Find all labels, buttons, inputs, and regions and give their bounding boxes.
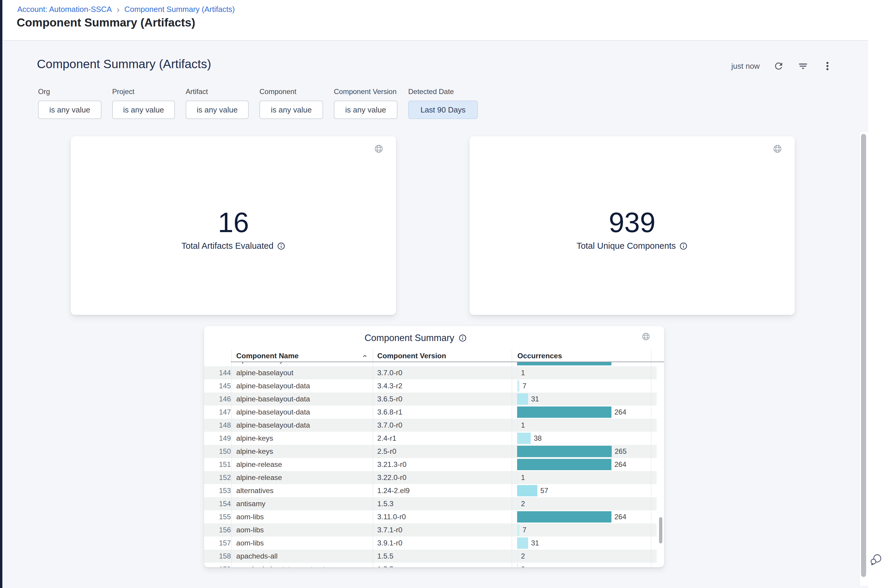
page-scrollbar-thumb[interactable] (861, 134, 866, 577)
row-number: 148 (204, 418, 231, 432)
cell-component-version: 3.7.0-r0 (377, 366, 402, 380)
stat-label-row: Total Artifacts Evaluated (71, 241, 396, 251)
cell-component-name: alternatives (236, 484, 273, 497)
cell-occurrences-value: 1 (521, 366, 525, 380)
stat-card-total-artifacts: 16 Total Artifacts Evaluated (71, 136, 396, 315)
row-number: 159 (204, 563, 231, 567)
header-divider (2, 40, 868, 41)
row-number: 154 (204, 497, 231, 510)
kebab-menu-icon[interactable] (822, 61, 833, 71)
cell-component-name: aom-libs (236, 510, 264, 524)
app-root: Account: Automation-SSCA › Component Sum… (0, 0, 892, 588)
row-number: 149 (204, 432, 231, 445)
column-header-component-version[interactable]: Component Version (377, 350, 446, 362)
breadcrumb-page-link[interactable]: Component Summary (Artifacts) (124, 5, 235, 14)
column-header-occurrences[interactable]: Occurrences (517, 350, 562, 362)
stat-value: 939 (469, 207, 795, 238)
breadcrumb-account-link[interactable]: Account: Automation-SSCA (17, 5, 112, 14)
info-icon[interactable] (679, 242, 688, 250)
cell-component-name: alpine-baselayout-data (236, 380, 310, 393)
cell-component-version: 2.5-r0 (377, 445, 396, 458)
cell-component-version: 3.6.8-r1 (377, 362, 402, 366)
globe-icon[interactable] (374, 144, 384, 153)
globe-icon[interactable] (773, 144, 782, 153)
occurrences-bar (517, 550, 518, 562)
occurrences-bar (517, 367, 518, 378)
info-icon[interactable] (459, 334, 467, 342)
column-divider (231, 350, 232, 567)
table-row: 154 antisamy 1.5.3 2 (204, 497, 657, 510)
column-header-component-name[interactable]: Component Name (236, 350, 299, 362)
cell-occurrences-value: 7 (522, 380, 526, 393)
cell-occurrences-value: 31 (531, 537, 539, 550)
filter-value-button[interactable]: is any value (334, 100, 397, 119)
filter-value-button[interactable]: is any value (38, 100, 102, 119)
cell-component-version: 2.4-r1 (377, 432, 396, 445)
cell-component-version: 3.9.1-r0 (377, 537, 402, 550)
page-right-margin (868, 41, 892, 588)
stat-card-unique-components: 939 Total Unique Components (469, 136, 795, 315)
cell-occurrences-value: 38 (534, 432, 542, 445)
globe-icon[interactable] (642, 332, 651, 341)
cell-occurrences-value: 264 (615, 458, 626, 471)
filter-value-button[interactable]: is any value (186, 100, 249, 119)
cell-occurrences-value: 2 (521, 563, 525, 567)
filters-row: Org is any value Project is any value Ar… (38, 87, 478, 119)
cell-component-version: 3.11.0-r0 (377, 510, 406, 524)
cell-occurrences-value: 1 (521, 471, 525, 484)
cell-occurrences-value: 7 (522, 524, 526, 537)
row-number: 156 (204, 524, 231, 537)
column-divider (512, 350, 512, 567)
table-row: 159 apacheds-bootstrap-extract 1.5.5 2 (204, 563, 657, 567)
row-number: 158 (204, 550, 231, 563)
row-number: 146 (204, 393, 231, 406)
table-title-row: Component Summary (204, 333, 646, 344)
stat-label: Total Artifacts Evaluated (181, 241, 274, 251)
cell-component-version: 3.21.3-r0 (377, 458, 406, 471)
cell-occurrences-value: 264 (615, 406, 626, 418)
row-number: 145 (204, 380, 231, 393)
filter-group: Component is any value (259, 87, 323, 119)
cell-component-name: aom-libs (236, 537, 264, 550)
page-title: Component Summary (Artifacts) (16, 16, 195, 29)
breadcrumb: Account: Automation-SSCA › Component Sum… (17, 5, 235, 14)
filter-group: Component Version is any value (334, 87, 397, 119)
table-row: 148 alpine-baselayout-data 3.7.0-r0 1 (204, 418, 657, 432)
filter-group: Artifact is any value (186, 87, 249, 119)
row-number: 157 (204, 537, 231, 550)
table-row: 147 alpine-baselayout-data 3.6.8-r1 264 (204, 406, 657, 418)
chat-support-icon[interactable] (869, 552, 883, 567)
occurrences-bar (517, 420, 518, 431)
occurrences-bar (517, 380, 520, 392)
filter-value-button[interactable]: is any value (259, 100, 323, 119)
table-row: 153 alternatives 1.24-2.el9 57 (204, 484, 657, 497)
cell-component-name: alpine-release (236, 458, 282, 471)
cell-component-version: 1.5.5 (377, 563, 394, 567)
cell-component-name: alpine-baselayout (236, 362, 293, 366)
cell-component-version: 3.4.3-r2 (377, 380, 402, 393)
occurrences-bar (517, 433, 531, 444)
cell-component-name: alpine-baselayout-data (236, 393, 310, 406)
dashboard-filters-icon[interactable] (798, 61, 808, 71)
row-number: 147 (204, 406, 231, 418)
sort-ascending-icon (361, 352, 368, 360)
info-icon[interactable] (277, 242, 285, 250)
refresh-icon[interactable] (773, 61, 784, 71)
row-number: 152 (204, 471, 231, 484)
cell-component-version: 3.22.0-r0 (377, 471, 406, 484)
occurrences-bar (517, 511, 612, 522)
table-scrollbar-thumb[interactable] (659, 517, 662, 543)
cell-component-version: 1.5.3 (377, 497, 394, 510)
table-row: 155 aom-libs 3.11.0-r0 264 (204, 510, 657, 524)
cell-component-version: 3.6.5-r0 (377, 393, 402, 406)
table-row: 151 alpine-release 3.21.3-r0 264 (204, 458, 657, 471)
occurrences-bar (517, 498, 518, 510)
row-number: 143 (204, 362, 231, 366)
cell-component-name: alpine-baselayout-data (236, 406, 310, 418)
occurrences-bar (517, 446, 612, 457)
filter-value-button[interactable]: Last 90 Days (408, 100, 478, 119)
table-header-underline (231, 362, 664, 362)
filter-value-button[interactable]: is any value (112, 100, 175, 119)
row-number: 153 (204, 484, 231, 497)
cell-component-name: apacheds-bootstrap-extract (236, 563, 325, 567)
